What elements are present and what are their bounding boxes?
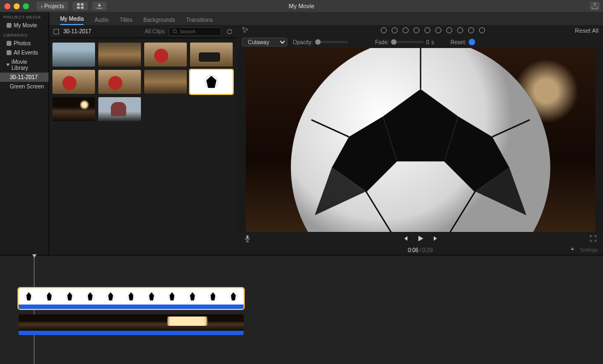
sidebar-item-30-11-2017[interactable]: 30-11-2017 (0, 73, 49, 82)
clip-audio-waveform[interactable] (19, 331, 244, 335)
pointer-tool-icon[interactable] (242, 27, 249, 33)
clip-frame (60, 288, 80, 305)
clip-frame (141, 288, 162, 305)
overlay-mode-select[interactable]: Cutaway (242, 38, 287, 46)
clip-audio-waveform[interactable] (19, 305, 244, 309)
reset-label: Reset: (451, 39, 466, 45)
info-icon[interactable] (478, 27, 486, 34)
zoom-window-icon[interactable] (23, 3, 29, 9)
sidebar-item-all-events[interactable]: All Events (0, 48, 49, 57)
svg-point-5 (381, 27, 386, 33)
clip-thumbnail[interactable] (98, 97, 141, 121)
library-view-grid-button[interactable] (73, 2, 88, 10)
clip-thumbnail[interactable] (52, 70, 95, 94)
clip-thumbnail[interactable] (190, 70, 233, 94)
zoom-marker-icon[interactable] (570, 247, 575, 253)
tab-titles[interactable]: Titles (120, 17, 133, 25)
refresh-icon (226, 28, 233, 35)
fade-slider[interactable] (391, 41, 424, 43)
sidebar-item-imovie-library[interactable]: iMovie Library (0, 57, 49, 73)
overlay-controls: Cutaway Opacity: Fade: 0 s Reset: (238, 36, 603, 48)
minimize-window-icon[interactable] (14, 3, 20, 9)
back-to-projects-button[interactable]: ‹ Projects (37, 2, 68, 10)
disclosure-triangle-icon[interactable] (7, 64, 10, 67)
timeline[interactable] (0, 255, 603, 364)
prev-frame-button[interactable] (401, 234, 410, 243)
overlay-icon[interactable] (380, 27, 388, 34)
opacity-slider[interactable] (315, 41, 348, 43)
clip-thumbnail[interactable] (98, 43, 141, 67)
next-frame-button[interactable] (431, 234, 440, 243)
crop-icon[interactable] (413, 27, 421, 34)
svg-point-13 (468, 27, 474, 33)
media-browser: My Media Audio Titles Backgrounds Transi… (49, 12, 238, 255)
svg-point-6 (392, 27, 397, 33)
sidebar-section-project-media: PROJECT MEDIA (0, 12, 49, 21)
time-sep: / (419, 247, 421, 253)
sidebar-item-label: My Movie (14, 22, 37, 28)
timeline-clip-overlay-soccer[interactable] (19, 288, 244, 309)
sidebar-item-photos[interactable]: Photos (0, 39, 49, 48)
tab-audio[interactable]: Audio (94, 17, 109, 25)
sidebar-item-label: All Events (14, 50, 38, 56)
sidebar-item-green-screen[interactable]: Green Screen (0, 82, 49, 91)
noise-icon[interactable] (446, 27, 453, 34)
clip-thumbnail[interactable] (190, 43, 233, 67)
tab-backgrounds[interactable]: Backgrounds (143, 17, 175, 25)
search-placeholder: Search (180, 29, 196, 34)
apply-check-icon[interactable] (469, 39, 475, 45)
play-icon (417, 235, 424, 242)
preview-canvas[interactable] (238, 48, 603, 232)
clip-thumbnail[interactable] (144, 70, 187, 94)
viewer-padding-row (238, 12, 603, 25)
color-balance-icon[interactable] (391, 27, 399, 34)
clip-frame (69, 314, 94, 331)
fullscreen-button[interactable] (589, 234, 598, 243)
window-title: My Movie (288, 3, 314, 9)
prev-frame-icon (402, 235, 409, 242)
tab-my-media[interactable]: My Media (60, 16, 84, 25)
clip-frame (100, 288, 121, 305)
opacity-label: Opacity: (293, 39, 313, 45)
timeline-clip-main-room[interactable] (19, 314, 244, 335)
next-frame-icon (433, 235, 439, 242)
fade-label: Fade: (375, 39, 389, 45)
sidebar-item-my-movie[interactable]: My Movie (0, 21, 49, 30)
fullscreen-icon (590, 235, 596, 242)
adjustments-toolbar: Reset All (238, 25, 603, 36)
clip-thumbnail[interactable] (52, 97, 95, 121)
clip-frame (19, 288, 39, 305)
fade-unit: s (431, 39, 434, 45)
viewer-panel: Reset All Cutaway Opacity: Fade: 0 s Res… (238, 12, 603, 255)
list-view-icon[interactable] (54, 29, 59, 34)
stabilize-icon[interactable] (424, 27, 431, 34)
volume-icon[interactable] (435, 27, 442, 34)
search-input[interactable]: Search (169, 27, 221, 36)
clip-frame (80, 288, 100, 305)
svg-point-11 (446, 27, 452, 33)
share-button[interactable] (590, 2, 600, 10)
playhead[interactable] (34, 255, 34, 364)
events-icon (7, 50, 11, 55)
play-button[interactable] (416, 234, 425, 243)
tab-transitions[interactable]: Transitions (186, 17, 213, 25)
speed-icon[interactable] (457, 27, 464, 34)
filter-label[interactable]: All Clips (145, 28, 164, 34)
import-media-button[interactable] (92, 2, 107, 10)
close-window-icon[interactable] (4, 3, 10, 9)
time-current: 0:06 (408, 247, 418, 253)
clip-thumbnail[interactable] (52, 43, 95, 67)
fade-value: 0 (426, 39, 429, 45)
color-correction-icon[interactable] (402, 27, 410, 34)
effects-icon[interactable] (468, 27, 475, 34)
clip-thumbnail[interactable] (98, 70, 141, 94)
reset-all-button[interactable]: Reset All (575, 27, 599, 34)
timeline-settings-button[interactable]: Settings (580, 247, 598, 253)
sidebar-item-label: 30-11-2017 (10, 74, 38, 80)
share-icon (592, 3, 598, 9)
voiceover-button[interactable] (243, 234, 252, 243)
svg-point-9 (424, 27, 430, 33)
appearance-toggle-button[interactable] (226, 28, 233, 35)
clip-thumbnail[interactable] (144, 43, 187, 67)
svg-rect-2 (77, 7, 80, 9)
